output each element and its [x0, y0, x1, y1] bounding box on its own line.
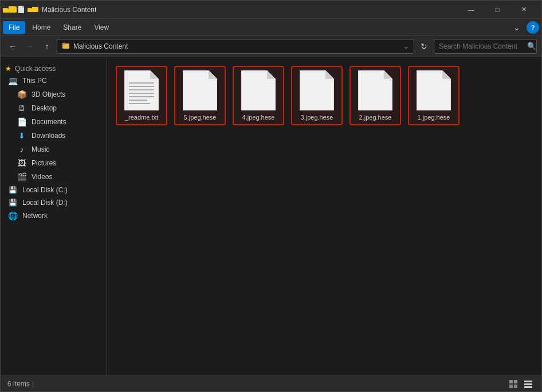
sidebar-item-local-disk-c[interactable]: 💾 Local Disk (C:)	[1, 184, 106, 196]
sidebar-label-this-pc: This PC	[22, 77, 47, 85]
sidebar-label-local-disk-d: Local Disk (D:)	[22, 199, 68, 207]
sidebar-label-videos: Videos	[32, 173, 52, 181]
quick-access-star-icon: ★	[5, 65, 11, 73]
file-icon-2	[358, 70, 392, 110]
svg-marker-18	[384, 70, 392, 79]
search-bar[interactable]: 🔍	[434, 39, 537, 54]
menu-share-button[interactable]: Share	[57, 21, 87, 34]
address-chevron-icon: ⌄	[403, 42, 409, 50]
explorer-window: Malicious Content — □ ✕ File Home Share …	[0, 0, 542, 392]
sidebar-label-local-disk-c: Local Disk (C:)	[22, 186, 68, 194]
sidebar-item-network[interactable]: 🌐 Network	[1, 209, 106, 223]
sidebar-item-3d-objects[interactable]: 📦 3D Objects	[1, 88, 106, 101]
sidebar-label-music: Music	[32, 145, 49, 153]
sidebar-label-pictures: Pictures	[32, 159, 56, 167]
status-bar-right	[507, 378, 535, 390]
forward-button[interactable]: →	[22, 39, 37, 54]
sidebar-item-pictures[interactable]: 🖼 Pictures	[1, 156, 106, 170]
documents-icon: 📄	[17, 117, 27, 126]
maximize-button[interactable]: □	[484, 1, 510, 19]
sidebar-item-this-pc[interactable]: 💻 This PC	[1, 74, 106, 88]
quick-access-label: Quick access	[15, 65, 56, 73]
window-title: Malicious Content	[42, 6, 458, 14]
minimize-button[interactable]: —	[458, 1, 484, 19]
menu-bar: File Home Share View ⌄ ?	[1, 19, 541, 36]
back-button[interactable]: ←	[5, 39, 20, 54]
music-icon: ♪	[17, 145, 27, 154]
svg-rect-23	[509, 385, 513, 388]
menu-file-button[interactable]: File	[3, 21, 25, 34]
file-icon-5	[183, 70, 217, 110]
svg-marker-20	[442, 70, 451, 79]
file-name-4: 4.jpeg.hese	[242, 114, 275, 121]
svg-rect-26	[524, 383, 532, 385]
main-area: ★ Quick access 💻 This PC 📦 3D Objects 🖥 …	[1, 57, 541, 375]
svg-marker-16	[325, 70, 334, 79]
pictures-icon: 🖼	[17, 159, 27, 168]
sidebar-item-documents[interactable]: 📄 Documents	[1, 115, 106, 129]
svg-rect-21	[509, 380, 513, 383]
videos-icon: 🎬	[17, 172, 27, 181]
file-icon-3	[300, 70, 334, 110]
title-bar: Malicious Content — □ ✕	[1, 1, 541, 19]
file-icon-1	[417, 70, 451, 110]
menu-chevron-button[interactable]: ⌄	[510, 21, 523, 34]
view-list-button[interactable]	[522, 378, 535, 390]
file-item-2[interactable]: 2.jpeg.hese	[349, 66, 401, 125]
sidebar-item-videos[interactable]: 🎬 Videos	[1, 170, 106, 184]
svg-rect-27	[524, 386, 532, 388]
close-button[interactable]: ✕	[510, 1, 537, 19]
sidebar-label-documents: Documents	[32, 118, 66, 126]
menu-home-button[interactable]: Home	[26, 21, 56, 34]
sidebar-label-desktop: Desktop	[32, 104, 57, 112]
file-name-5: 5.jpeg.hese	[184, 114, 217, 121]
sidebar: ★ Quick access 💻 This PC 📦 3D Objects 🖥 …	[1, 57, 107, 375]
refresh-button[interactable]: ↻	[417, 39, 431, 54]
desktop-icon: 🖥	[17, 104, 27, 113]
search-input[interactable]	[439, 42, 525, 50]
downloads-icon: ⬇	[17, 131, 27, 140]
local-disk-c-icon: 💾	[7, 186, 18, 194]
file-name-2: 2.jpeg.hese	[359, 114, 392, 121]
nav-bar: ← → ↑ Malicious Content ⌄ ↻ 🔍	[1, 36, 541, 57]
sidebar-label-downloads: Downloads	[32, 132, 65, 140]
file-area: _readme.txt 5.jpeg.hese	[107, 57, 541, 375]
svg-marker-12	[209, 70, 217, 79]
sidebar-item-downloads[interactable]: ⬇ Downloads	[1, 129, 106, 142]
address-bar[interactable]: Malicious Content ⌄	[57, 39, 414, 54]
status-bar: 6 items |	[1, 375, 541, 391]
view-icon-button[interactable]	[507, 378, 520, 390]
file-item-4[interactable]: 4.jpeg.hese	[233, 66, 284, 125]
sidebar-item-music[interactable]: ♪ Music	[1, 142, 106, 156]
sidebar-item-local-disk-d[interactable]: 💾 Local Disk (D:)	[1, 196, 106, 209]
menu-bar-right: ⌄ ?	[510, 21, 539, 34]
files-grid: _readme.txt 5.jpeg.hese	[116, 66, 532, 125]
title-bar-controls: — □ ✕	[458, 1, 537, 19]
item-count: 6 items	[7, 380, 30, 388]
network-icon: 🌐	[7, 211, 18, 220]
sidebar-label-3d-objects: 3D Objects	[32, 90, 65, 98]
svg-rect-22	[514, 380, 517, 383]
menu-view-button[interactable]: View	[88, 21, 115, 34]
file-icon-4	[241, 70, 276, 110]
sidebar-label-network: Network	[22, 212, 48, 220]
3d-objects-icon: 📦	[17, 90, 27, 99]
search-icon: 🔍	[527, 42, 536, 50]
svg-rect-1	[62, 43, 65, 45]
title-folder-icon	[5, 5, 14, 14]
address-text: Malicious Content	[73, 42, 128, 50]
file-item-1[interactable]: 1.jpeg.hese	[408, 66, 459, 125]
file-item-readme[interactable]: _readme.txt	[116, 66, 167, 125]
file-item-5[interactable]: 5.jpeg.hese	[174, 66, 226, 125]
svg-marker-14	[267, 70, 276, 79]
sidebar-item-desktop[interactable]: 🖥 Desktop	[1, 101, 106, 115]
file-name-3: 3.jpeg.hese	[301, 114, 333, 121]
file-icon-readme	[124, 70, 159, 110]
title-folder2-icon	[28, 5, 37, 14]
svg-rect-24	[514, 385, 517, 388]
file-item-3[interactable]: 3.jpeg.hese	[291, 66, 343, 125]
title-page-icon	[17, 5, 26, 14]
up-button[interactable]: ↑	[40, 39, 54, 54]
quick-access-header[interactable]: ★ Quick access	[1, 61, 106, 74]
help-button[interactable]: ?	[527, 21, 539, 34]
